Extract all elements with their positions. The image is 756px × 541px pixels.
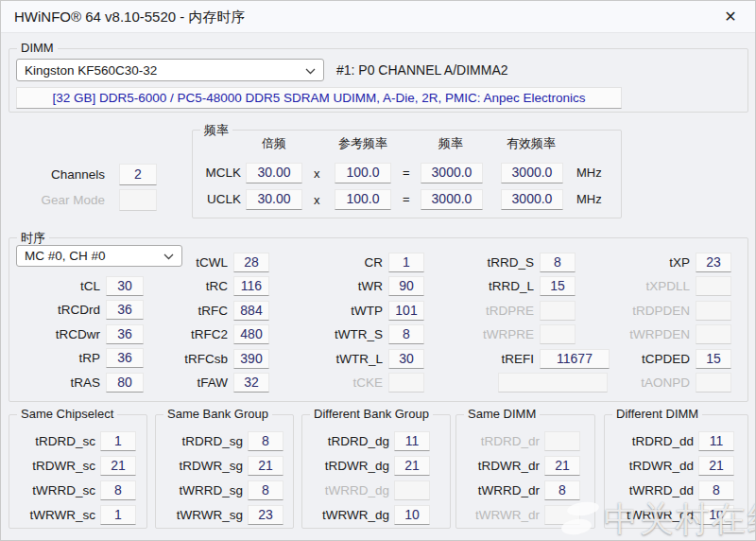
timing-value-field: 11 <box>394 431 430 451</box>
timing-row: tRC116 <box>137 276 269 296</box>
timing-row: tRDWR_dd21 <box>605 456 747 476</box>
uclk-unit-label: MHz <box>576 192 602 206</box>
uclk-multiply-symbol: x <box>314 193 320 207</box>
timing-label: tWRRD_sc <box>9 483 100 497</box>
timing-value-field: 8 <box>100 480 136 500</box>
timing-label: tRRD_L <box>411 279 540 293</box>
timing-label: tRFC <box>137 304 233 318</box>
timing-row: tRP36 <box>9 348 144 368</box>
effective-frequency-header: 有效频率 <box>500 135 562 152</box>
frequency-header: 频率 <box>420 135 482 152</box>
timing-row: tWTP101 <box>288 301 424 321</box>
mclk-effective-field: 3000.0 <box>501 163 563 183</box>
timing-row: tWRRD_dd8 <box>605 480 747 500</box>
timing-label: tAONPD <box>573 375 696 390</box>
timing-label: tRDRD_sc <box>9 434 100 448</box>
timing-label: tRDRD_dd <box>605 434 698 448</box>
timing-label: tRAS <box>9 375 106 390</box>
timing-label: tRDPDEN <box>573 304 696 318</box>
timing-label: tXPDLL <box>573 279 696 293</box>
timing-row: tAONPD <box>573 373 731 393</box>
close-button[interactable]: ✕ <box>719 7 742 27</box>
timing-value-field: 8 <box>544 480 580 500</box>
dimm-info-field: [32 GB] DDR5-6000 / PC5-48000 DDR5 SDRAM… <box>16 87 622 109</box>
timing-value-field: 1 <box>100 505 136 525</box>
timing-value-field: 10 <box>394 505 430 525</box>
uclk-effective-field: 3000.0 <box>501 189 563 210</box>
timing-row: tRDRD_sg8 <box>156 431 293 451</box>
timing-row: tRDRD_sc1 <box>9 431 146 451</box>
timing-label: tRP <box>9 351 106 365</box>
timing-label: tXP <box>573 255 696 270</box>
uclk-refclock-field: 100.0 <box>335 189 391 210</box>
timing-value-field: 8 <box>540 253 576 272</box>
timing-value-field: 23 <box>696 253 731 272</box>
timing-value-field: 28 <box>233 253 269 272</box>
same-dimm-title: Same DIMM <box>464 407 540 421</box>
timing-label: tWRRD_dg <box>302 483 394 497</box>
timing-label: tRDWR_dr <box>456 459 544 473</box>
gear-mode-field <box>119 189 157 211</box>
timing-label: tCPDED <box>573 352 696 366</box>
timing-row: tRDRD_dg11 <box>302 431 450 451</box>
timing-label: tRDWR_sc <box>9 459 100 473</box>
timing-value-field: 11 <box>698 431 734 451</box>
timing-label: tWRWR_sc <box>9 508 100 522</box>
timing-value-field: 8 <box>248 480 284 500</box>
timing-value-field <box>544 431 580 451</box>
timing-row: tWRWR_dd10 <box>605 505 747 525</box>
mclk-multiply-symbol: x <box>314 166 320 181</box>
timing-label: tWRRD_dd <box>605 483 698 497</box>
same-chipselect-title: Same Chipselect <box>17 407 117 421</box>
timing-row: tWRRD_dr8 <box>456 480 594 500</box>
hwinfo-memory-timings-window: HWiNFO® 64 v8.10-5520 - 内存时序 ✕ DIMM King… <box>0 0 756 541</box>
uclk-equals-symbol: = <box>403 192 410 206</box>
timing-label: tWRWR_dg <box>302 508 394 522</box>
timing-label: tWTR_S <box>288 327 388 341</box>
timing-label: tWRRD_dr <box>456 483 544 497</box>
timing-value-field <box>696 276 731 296</box>
timing-row: tWRPDEN <box>573 324 731 344</box>
timing-label: tRCDwr <box>9 327 106 341</box>
timing-label: tRDWR_dd <box>605 459 698 473</box>
chevron-down-icon <box>305 63 316 78</box>
timing-value-field <box>544 505 580 525</box>
uclk-ratio-field: 30.00 <box>246 189 302 210</box>
timing-row: tXP23 <box>573 253 731 272</box>
timing-row: tRDWR_dr21 <box>456 456 594 476</box>
different-dimm-groupbox: Different DIMM tRDRD_dd11 tRDWR_dd21 tWR… <box>604 414 748 529</box>
timing-row: tRDWR_sg21 <box>156 456 293 476</box>
mclk-ratio-field: 30.00 <box>246 163 302 183</box>
timing-row: tRFC2480 <box>137 324 269 344</box>
same-chipselect-groupbox: Same Chipselect tRDRD_sc1 tRDWR_sc21 tWR… <box>9 414 147 529</box>
dimm-module-select[interactable]: Kingston KF560C30-32 <box>16 59 324 81</box>
timing-label: tRC <box>137 279 233 293</box>
timing-row: tRAS80 <box>9 373 144 393</box>
timing-label: tWTR_L <box>288 352 388 366</box>
timing-row: tWRWR_sc1 <box>9 505 146 525</box>
timing-row: tWTR_L30 <box>288 349 424 369</box>
timing-label: tCL <box>9 279 106 293</box>
timing-label: CR <box>288 255 388 270</box>
timing-value-field: 884 <box>233 301 269 321</box>
timing-row: tWRRD_sc8 <box>9 480 146 500</box>
mclk-unit-label: MHz <box>576 166 602 180</box>
gear-mode-label: Gear Mode <box>29 193 105 207</box>
timing-label: tRRD_S <box>411 255 540 270</box>
timing-row: tCL30 <box>9 276 144 296</box>
timing-value-field: 21 <box>698 456 734 476</box>
timing-value-field: 21 <box>248 456 284 476</box>
ratio-header: 倍频 <box>243 135 305 152</box>
different-dimm-title: Different DIMM <box>612 407 702 421</box>
timing-label: tWRPRE <box>411 327 540 341</box>
timing-row: tWR90 <box>288 276 424 296</box>
same-bank-group-title: Same Bank Group <box>163 407 272 421</box>
dimm-slot-label: #1: P0 CHANNEL A/DIMMA2 <box>336 62 508 78</box>
uclk-frequency-field: 3000.0 <box>421 189 483 210</box>
window-title: HWiNFO® 64 v8.10-5520 - 内存时序 <box>14 9 245 26</box>
timing-label: tRDPRE <box>411 304 540 318</box>
same-bank-group-groupbox: Same Bank Group tRDRD_sg8 tRDWR_sg21 tWR… <box>155 414 294 529</box>
different-bank-group-title: Different Bank Group <box>310 407 433 421</box>
channels-label: Channels <box>29 167 105 182</box>
timing-label: tFAW <box>137 375 233 390</box>
